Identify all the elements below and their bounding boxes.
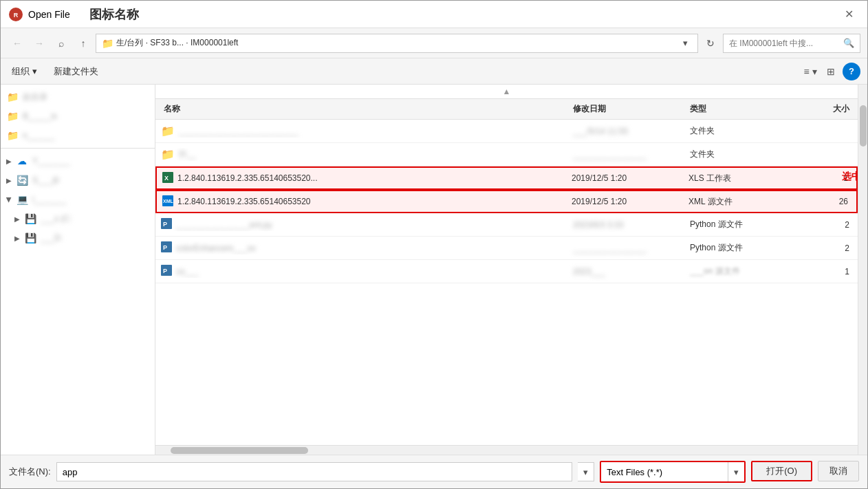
col-header-date[interactable]: 修改日期 <box>570 103 687 115</box>
sidebar-item-1[interactable]: 📁 款目录 <box>1 87 155 107</box>
folder-icon-row1: 📁 <box>161 124 175 138</box>
toolbar2: 组织 ▾ 新建文件夹 ≡ ▾ ⊞ ? <box>1 58 867 85</box>
filename-dropdown-button[interactable]: ▾ <box>578 462 594 481</box>
search-input[interactable] <box>729 39 840 48</box>
filename-input[interactable] <box>56 462 573 481</box>
sidebar-item-onedrive[interactable]: ▶ ☁ Y_______ <box>1 151 155 171</box>
title-bar: R Open File 图标名称 ✕ <box>1 1 867 28</box>
recent-button[interactable]: ⌕ <box>52 34 71 53</box>
panel-button[interactable]: ⊞ <box>822 63 840 80</box>
file-row-py3[interactable]: P co___ 2023___ ___on 源文件 1 <box>155 260 858 283</box>
py-icon-row5: P <box>161 218 172 231</box>
file-name-text-3: 1.2.840.113619.2.335.65140653520... <box>177 173 318 183</box>
sidebar: 📁 款目录 📁 B_____is 📁 n______ ▶ ☁ Y_______ <box>1 85 155 455</box>
file-name-6: P colorEnhancem___ov <box>161 241 570 254</box>
hscrollbar-thumb <box>171 447 308 454</box>
organize-button[interactable]: 组织 ▾ <box>8 63 41 80</box>
sidebar-item-computer[interactable]: ▶ 💻 l_______ <box>1 190 155 209</box>
expand-icon-4: ▶ <box>6 157 12 165</box>
cancel-button[interactable]: 取消 <box>818 461 859 481</box>
expand-icon-7: ▶ <box>14 215 20 223</box>
folder-icon-2: 📁 <box>6 110 19 122</box>
file-date-1: ___/5/14 11:55 <box>570 127 687 136</box>
col-header-size[interactable]: 大小 <box>797 103 852 115</box>
title-bar-left: R Open File 图标名称 <box>9 6 139 23</box>
svg-text:X: X <box>164 175 169 182</box>
vertical-scrollbar[interactable] <box>858 85 867 455</box>
sidebar-item-2[interactable]: 📁 B_____is <box>1 107 155 126</box>
view-menu-button[interactable]: ≡ ▾ <box>801 63 819 80</box>
file-date-3: 2019/12/5 1:20 <box>569 173 686 183</box>
file-row-folder1[interactable]: 📁 __________________________ ___/5/14 11… <box>155 120 858 143</box>
folder-icon-3: 📁 <box>6 129 19 142</box>
file-row-xml[interactable]: XML 1.2.840.113619.2.335.65140653520 201… <box>155 190 858 213</box>
forward-button[interactable]: → <box>30 34 49 53</box>
folder-icon-row2: 📁 <box>161 148 175 161</box>
filetype-dropdown-button[interactable]: ▾ <box>728 462 744 481</box>
file-name-4: XML 1.2.840.113619.2.335.65140653520 <box>162 195 569 208</box>
sidebar-item-cloud[interactable]: ▶ 🔄 S___步 <box>1 171 155 190</box>
file-size-4: 26 <box>796 197 851 206</box>
new-folder-button[interactable]: 新建文件夹 <box>50 63 102 80</box>
filename-label: 文件名(N): <box>9 466 51 478</box>
file-list: 📁 __________________________ ___/5/14 11… <box>155 120 858 445</box>
open-file-dialog: R Open File 图标名称 ✕ ← → ⌕ ↑ 📁 生/台列 · SF33… <box>0 0 868 489</box>
file-size-6: 2 <box>797 243 852 253</box>
path-bar[interactable]: 📁 生/台列 · SF33 b... · IM000001left ▾ <box>96 34 698 53</box>
col-header-type[interactable]: 类型 <box>687 103 797 115</box>
file-row-xls[interactable]: X 1.2.840.113619.2.335.65140653520... 20… <box>155 166 858 190</box>
close-button[interactable]: ✕ <box>838 4 859 25</box>
collapse-button[interactable]: ▲ <box>503 87 511 96</box>
filetype-selector: ▾ <box>600 461 746 483</box>
back-button[interactable]: ← <box>8 34 27 53</box>
file-size-5: 2 <box>797 220 852 230</box>
svg-text:R: R <box>14 12 19 19</box>
svg-text:P: P <box>163 221 167 228</box>
file-type-7: ___on 源文件 <box>687 265 797 277</box>
collapse-row: ▲ <box>155 85 858 99</box>
drive-c-icon: 💾 <box>24 213 36 225</box>
col-header-name[interactable]: 名称 <box>161 103 570 115</box>
sidebar-item-drive-c[interactable]: ▶ 💾 ___s (C: <box>1 209 155 228</box>
file-row-py2[interactable]: P colorEnhancem___ov ________________ Py… <box>155 237 858 260</box>
file-type-3: XLS 工作表 <box>686 173 796 184</box>
path-dropdown-icon[interactable]: ▾ <box>678 38 692 48</box>
path-text: 生/台列 · SF33 b... · IM000001left <box>116 37 675 49</box>
onedrive-icon: ☁ <box>16 155 28 167</box>
refresh-button[interactable]: ↻ <box>701 34 720 53</box>
py-icon-row6: P <box>161 241 172 254</box>
file-name-2: 📁 扑__ <box>161 148 570 161</box>
file-header: 名称 修改日期 类型 大小 <box>155 99 858 120</box>
filename-row: 文件名(N): ▾ ▾ 打开(O) 取消 <box>9 461 859 483</box>
file-name-1: 📁 __________________________ <box>161 124 570 138</box>
sidebar-item-drive-d[interactable]: ▶ 💾 ___D: <box>1 228 155 248</box>
svg-text:P: P <box>163 268 167 274</box>
sidebar-item-3[interactable]: 📁 n______ <box>1 126 155 145</box>
file-size-7: 1 <box>797 267 852 276</box>
horizontal-scrollbar[interactable] <box>155 445 858 455</box>
search-bar[interactable]: 🔍 <box>723 34 860 53</box>
bottom-bar: 文件名(N): ▾ ▾ 打开(O) 取消 <box>1 455 867 488</box>
help-button[interactable]: ? <box>843 63 860 80</box>
file-name-3: X 1.2.840.113619.2.335.65140653520... <box>162 172 569 185</box>
file-date-7: 2023___ <box>570 267 687 276</box>
open-button[interactable]: 打开(O) <box>751 461 812 481</box>
action-buttons: ▾ 打开(O) 取消 <box>600 461 859 483</box>
drive-d-icon: 💾 <box>24 232 36 244</box>
file-type-6: Python 源文件 <box>687 242 797 254</box>
py-icon-row7: P <box>161 265 172 278</box>
path-folder-icon: 📁 <box>102 38 113 49</box>
file-row-py1[interactable]: P ________________ent.py 2023/6/3 3:33 P… <box>155 213 858 237</box>
xml-icon-row4: XML <box>162 195 173 208</box>
main-content: 📁 款目录 📁 B_____is 📁 n______ ▶ ☁ Y_______ <box>1 85 867 455</box>
up-button[interactable]: ↑ <box>74 34 93 53</box>
navigation-toolbar: ← → ⌕ ↑ 📁 生/台列 · SF33 b... · IM000001lef… <box>1 28 867 58</box>
file-area: ▲ 名称 修改日期 类型 大小 📁 ______________________… <box>155 85 858 455</box>
xls-icon-row3: X <box>162 172 173 185</box>
expand-icon-5: ▶ <box>6 177 12 184</box>
filetype-input[interactable] <box>601 462 728 481</box>
expand-icon-8: ▶ <box>14 235 20 242</box>
file-type-2: 文件夹 <box>687 149 797 160</box>
search-icon: 🔍 <box>843 38 854 48</box>
file-row-folder2[interactable]: 📁 扑__ ________________ 文件夹 <box>155 143 858 166</box>
